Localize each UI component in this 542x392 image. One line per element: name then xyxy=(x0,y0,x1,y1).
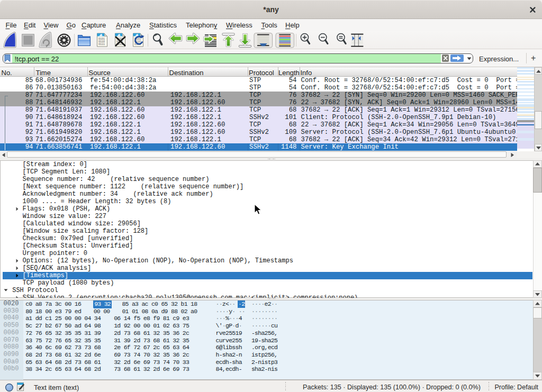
svg-text:0111: 0111 xyxy=(98,43,105,46)
